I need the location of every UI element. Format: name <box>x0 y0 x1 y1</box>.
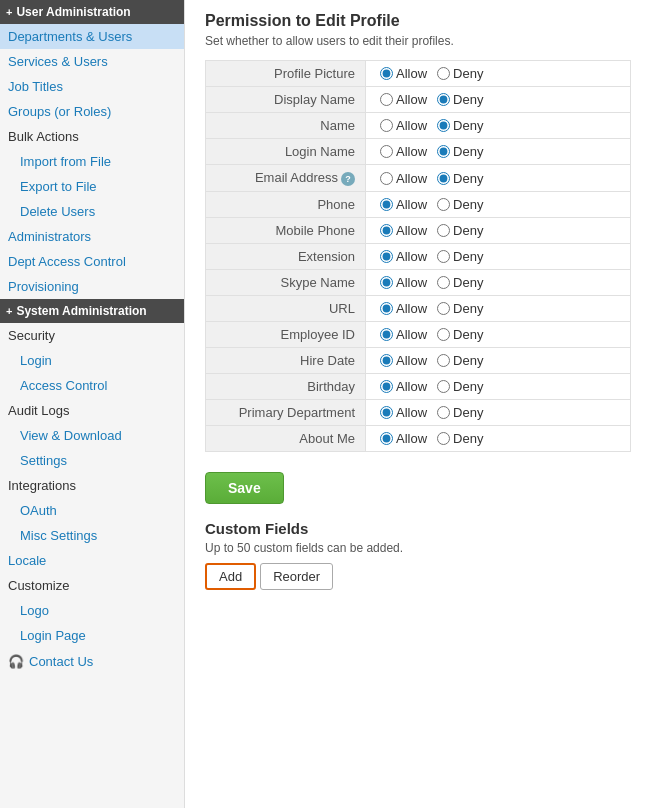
sidebar-item-departments-users[interactable]: Departments & Users <box>0 24 184 49</box>
allow-label-profile-picture[interactable]: Allow <box>380 66 427 81</box>
allow-label-email-address[interactable]: Allow <box>380 171 427 186</box>
sidebar-item-dept-access-control[interactable]: Dept Access Control <box>0 249 184 274</box>
allow-radio-birthday[interactable] <box>380 380 393 393</box>
allow-label-extension[interactable]: Allow <box>380 249 427 264</box>
deny-radio-phone[interactable] <box>437 198 450 211</box>
sidebar-item-groups-roles[interactable]: Groups (or Roles) <box>0 99 184 124</box>
allow-radio-skype-name[interactable] <box>380 276 393 289</box>
table-row: Skype Name Allow Deny <box>206 270 631 296</box>
allow-radio-name[interactable] <box>380 119 393 132</box>
allow-label-employee-id[interactable]: Allow <box>380 327 427 342</box>
field-label-hire-date: Hire Date <box>206 348 366 374</box>
sidebar-section-system-admin-label: System Administration <box>16 304 146 318</box>
deny-label-mobile-phone[interactable]: Deny <box>437 223 483 238</box>
sidebar-item-administrators[interactable]: Administrators <box>0 224 184 249</box>
deny-label-birthday[interactable]: Deny <box>437 379 483 394</box>
sidebar-item-services-users[interactable]: Services & Users <box>0 49 184 74</box>
deny-radio-hire-date[interactable] <box>437 354 450 367</box>
sidebar-item-integrations[interactable]: Integrations <box>0 473 184 498</box>
deny-radio-mobile-phone[interactable] <box>437 224 450 237</box>
page-subtitle: Set whether to allow users to edit their… <box>205 34 631 48</box>
allow-label-login-name[interactable]: Allow <box>380 144 427 159</box>
radio-cell-employee-id: Allow Deny <box>366 322 631 348</box>
contact-us-item[interactable]: 🎧 Contact Us <box>0 648 184 675</box>
allow-label-about-me[interactable]: Allow <box>380 431 427 446</box>
sidebar-item-delete-users[interactable]: Delete Users <box>0 199 184 224</box>
help-icon-email-address[interactable]: ? <box>341 172 355 186</box>
sidebar-item-misc-settings[interactable]: Misc Settings <box>0 523 184 548</box>
allow-radio-about-me[interactable] <box>380 432 393 445</box>
allow-radio-display-name[interactable] <box>380 93 393 106</box>
sidebar-item-login-page[interactable]: Login Page <box>0 623 184 648</box>
deny-label-display-name[interactable]: Deny <box>437 92 483 107</box>
deny-radio-primary-department[interactable] <box>437 406 450 419</box>
sidebar-item-security[interactable]: Security <box>0 323 184 348</box>
sidebar-item-provisioning[interactable]: Provisioning <box>0 274 184 299</box>
allow-radio-primary-department[interactable] <box>380 406 393 419</box>
table-row: Name Allow Deny <box>206 113 631 139</box>
deny-label-extension[interactable]: Deny <box>437 249 483 264</box>
table-row: Hire Date Allow Deny <box>206 348 631 374</box>
field-label-employee-id: Employee ID <box>206 322 366 348</box>
deny-radio-birthday[interactable] <box>437 380 450 393</box>
allow-radio-email-address[interactable] <box>380 172 393 185</box>
allow-label-name[interactable]: Allow <box>380 118 427 133</box>
sidebar-item-import-from-file[interactable]: Import from File <box>0 149 184 174</box>
deny-radio-extension[interactable] <box>437 250 450 263</box>
deny-label-about-me[interactable]: Deny <box>437 431 483 446</box>
deny-label-name[interactable]: Deny <box>437 118 483 133</box>
field-label-skype-name: Skype Name <box>206 270 366 296</box>
sidebar-item-export-to-file[interactable]: Export to File <box>0 174 184 199</box>
sidebar-item-logo[interactable]: Logo <box>0 598 184 623</box>
deny-label-email-address[interactable]: Deny <box>437 171 483 186</box>
sidebar-item-view-download[interactable]: View & Download <box>0 423 184 448</box>
deny-radio-employee-id[interactable] <box>437 328 450 341</box>
allow-radio-extension[interactable] <box>380 250 393 263</box>
deny-radio-login-name[interactable] <box>437 145 450 158</box>
deny-radio-profile-picture[interactable] <box>437 67 450 80</box>
deny-label-employee-id[interactable]: Deny <box>437 327 483 342</box>
deny-radio-name[interactable] <box>437 119 450 132</box>
allow-radio-phone[interactable] <box>380 198 393 211</box>
field-label-login-name: Login Name <box>206 139 366 165</box>
allow-radio-url[interactable] <box>380 302 393 315</box>
deny-radio-url[interactable] <box>437 302 450 315</box>
sidebar-item-customize[interactable]: Customize <box>0 573 184 598</box>
sidebar-item-oauth[interactable]: OAuth <box>0 498 184 523</box>
allow-radio-mobile-phone[interactable] <box>380 224 393 237</box>
save-button[interactable]: Save <box>205 472 284 504</box>
allow-label-birthday[interactable]: Allow <box>380 379 427 394</box>
allow-label-primary-department[interactable]: Allow <box>380 405 427 420</box>
deny-radio-about-me[interactable] <box>437 432 450 445</box>
allow-label-hire-date[interactable]: Allow <box>380 353 427 368</box>
allow-label-display-name[interactable]: Allow <box>380 92 427 107</box>
sidebar-item-settings[interactable]: Settings <box>0 448 184 473</box>
deny-radio-skype-name[interactable] <box>437 276 450 289</box>
radio-cell-mobile-phone: Allow Deny <box>366 218 631 244</box>
allow-label-mobile-phone[interactable]: Allow <box>380 223 427 238</box>
deny-label-skype-name[interactable]: Deny <box>437 275 483 290</box>
deny-label-primary-department[interactable]: Deny <box>437 405 483 420</box>
sidebar-item-job-titles[interactable]: Job Titles <box>0 74 184 99</box>
allow-radio-hire-date[interactable] <box>380 354 393 367</box>
sidebar-item-audit-logs[interactable]: Audit Logs <box>0 398 184 423</box>
sidebar-item-login[interactable]: Login <box>0 348 184 373</box>
deny-radio-display-name[interactable] <box>437 93 450 106</box>
sidebar-item-locale[interactable]: Locale <box>0 548 184 573</box>
allow-label-url[interactable]: Allow <box>380 301 427 316</box>
deny-label-url[interactable]: Deny <box>437 301 483 316</box>
allow-label-phone[interactable]: Allow <box>380 197 427 212</box>
allow-radio-profile-picture[interactable] <box>380 67 393 80</box>
sidebar-item-bulk-actions[interactable]: Bulk Actions <box>0 124 184 149</box>
deny-label-profile-picture[interactable]: Deny <box>437 66 483 81</box>
allow-label-skype-name[interactable]: Allow <box>380 275 427 290</box>
sidebar-item-access-control[interactable]: Access Control <box>0 373 184 398</box>
allow-radio-employee-id[interactable] <box>380 328 393 341</box>
allow-radio-login-name[interactable] <box>380 145 393 158</box>
deny-label-phone[interactable]: Deny <box>437 197 483 212</box>
reorder-button[interactable]: Reorder <box>260 563 333 590</box>
add-button[interactable]: Add <box>205 563 256 590</box>
deny-label-hire-date[interactable]: Deny <box>437 353 483 368</box>
deny-radio-email-address[interactable] <box>437 172 450 185</box>
deny-label-login-name[interactable]: Deny <box>437 144 483 159</box>
